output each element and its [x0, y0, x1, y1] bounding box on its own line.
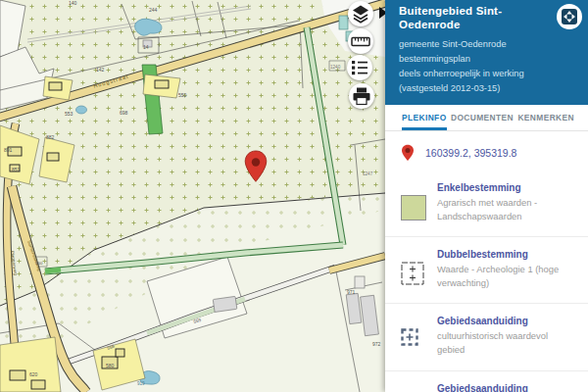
legend-label: Agrarisch met waarden - Landschapswaarde…	[437, 196, 576, 223]
legend-section: Gebiedsaanduiding	[437, 383, 576, 392]
expand-arrows-icon	[560, 7, 579, 26]
svg-text:919: 919	[137, 381, 145, 386]
layers-button[interactable]	[348, 1, 373, 26]
panel-tabs: PLEKINFO DOCUMENTEN KENMERKEN	[385, 105, 588, 131]
print-icon	[350, 84, 373, 108]
coordinate-row: 160399.2, 395319.8	[401, 144, 572, 162]
legend-label: cultuurhistorisch waardevol gebied	[437, 329, 576, 357]
plan-header: Buitengebied Sint-Oedenrode gemeente Sin…	[385, 0, 588, 105]
legend-item-gebiedsaanduiding-reconstructie: Gebiedsaanduiding reconstructiewetzone -…	[385, 370, 588, 392]
zoning-map[interactable]: Hoogstraat Plaggenweg Sonseheideweg 140 …	[0, 0, 385, 392]
coordinate-value: 160399.2, 395319.8	[425, 147, 516, 159]
tab-kenmerken[interactable]: KENMERKEN	[517, 105, 574, 130]
svg-text:14: 14	[143, 44, 149, 50]
svg-text:244: 244	[149, 7, 158, 13]
plan-type: bestemmingsplan	[399, 52, 549, 67]
plan-viewer: Hoogstraat Plaggenweg Sonseheideweg 140 …	[0, 0, 588, 392]
expand-button[interactable]	[557, 4, 582, 29]
legend-label: Waarde - Archeologie 1 (hoge verwachting…	[437, 263, 576, 290]
plan-status: deels onherroepelijk in werking (vastges…	[399, 67, 549, 96]
svg-text:550: 550	[178, 92, 187, 98]
svg-text:140: 140	[69, 0, 77, 6]
tab-documenten[interactable]: DOCUMENTEN	[451, 105, 514, 130]
svg-text:142: 142	[96, 67, 105, 73]
legend-item-gebiedsaanduiding-cultuur: Gebiedsaanduiding cultuurhistorisch waar…	[385, 303, 588, 369]
svg-text:560: 560	[35, 261, 43, 266]
layers-icon	[349, 2, 372, 25]
svg-text:972: 972	[372, 341, 381, 347]
svg-text:882: 882	[46, 134, 55, 140]
svg-text:1247: 1247	[363, 172, 373, 176]
plan-municipality: gemeente Sint-Oedenrode	[399, 37, 549, 52]
legend-section: Gebiedsaanduiding	[437, 316, 576, 326]
legend-section: Dubbelbestemming	[437, 249, 576, 260]
svg-text:580: 580	[106, 363, 115, 368]
cultuurhistorisch-swatch	[401, 328, 418, 346]
svg-text:1240: 1240	[330, 65, 341, 70]
legend-list: Enkelbestemming Agrarisch met waarden - …	[385, 171, 588, 392]
tab-plekinfo[interactable]: PLEKINFO	[402, 105, 447, 130]
archeologie-swatch	[401, 262, 424, 285]
map-legend-button[interactable]	[347, 55, 372, 80]
svg-text:891: 891	[4, 147, 13, 153]
legend-item-enkelbestemming: Enkelbestemming Agrarisch met waarden - …	[385, 171, 588, 236]
svg-text:620: 620	[29, 371, 38, 377]
measure-ruler-icon	[349, 29, 372, 53]
legend-section: Enkelbestemming	[437, 182, 576, 193]
agrarisch-groen-swatch	[401, 195, 426, 220]
legend-list-icon	[348, 56, 371, 79]
measure-button[interactable]	[348, 28, 373, 54]
svg-text:851: 851	[12, 167, 21, 172]
legend-item-dubbelbestemming: Dubbelbestemming Waarde - Archeologie 1 …	[385, 236, 588, 303]
svg-text:698: 698	[120, 110, 128, 116]
svg-text:971: 971	[347, 289, 356, 295]
print-button[interactable]	[349, 83, 374, 109]
plan-title: Buitengebied Sint-Oedenrode	[399, 4, 549, 32]
pin-icon	[401, 144, 415, 162]
info-panel: Buitengebied Sint-Oedenrode gemeente Sin…	[385, 0, 588, 392]
svg-text:553: 553	[65, 111, 74, 117]
